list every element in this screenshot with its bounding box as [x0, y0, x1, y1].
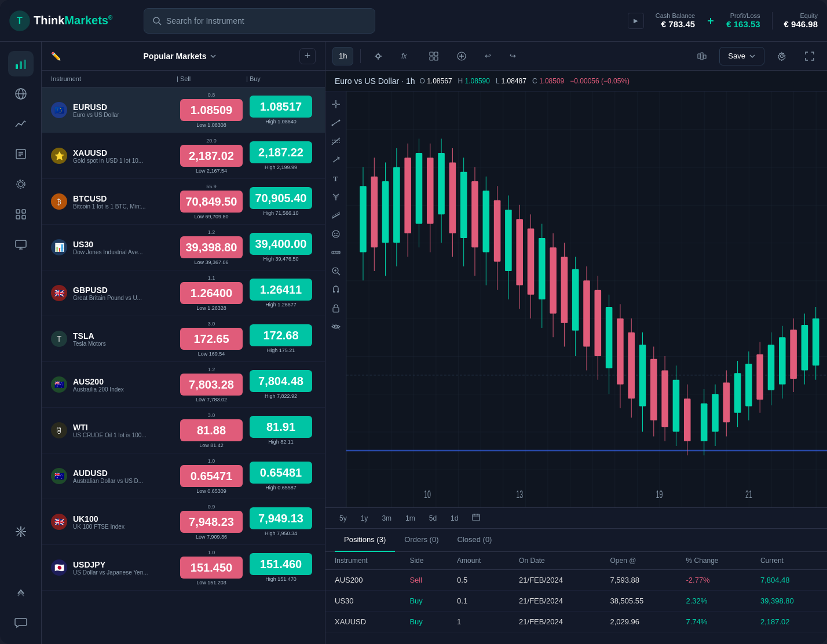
timeframe-5d-btn[interactable]: 5d [425, 512, 441, 525]
instrument-row[interactable]: 🇪🇺 EURUSD Euro vs US Dollar 0.8 1.08509 … [42, 87, 325, 133]
instrument-row[interactable]: 🇦🇺 AUS200 Austrailia 200 Index 1.2 7,803… [42, 362, 325, 408]
search-bar[interactable]: Search for Instrument [144, 8, 375, 34]
sidebar-item-orders[interactable] [8, 141, 34, 167]
fullscreen-btn[interactable] [799, 47, 820, 65]
timeframe-5y-btn[interactable]: 5y [335, 512, 352, 525]
add-indicator-btn[interactable] [451, 47, 472, 65]
instrument-row[interactable]: 🇬🇧 UK100 UK 100 FTSE Index 0.9 7,948.23 … [42, 499, 325, 545]
instrument-row[interactable]: ⭐ XAUUSD Gold spot in USD 1 lot 10... 20… [42, 133, 325, 179]
buy-button[interactable]: 1.08517 [250, 96, 312, 118]
sell-button[interactable]: 1.08509 [180, 99, 243, 121]
instrument-row[interactable]: ₿ BTCUSD Bitcoin 1 lot is 1 BTC, Min:...… [42, 179, 325, 225]
buy-button[interactable]: 0.65481 [250, 462, 312, 484]
channel-tool[interactable] [328, 207, 344, 224]
buy-button[interactable]: 39,400.00 [250, 233, 312, 255]
timeframe-1h-btn[interactable]: 1h [332, 47, 353, 65]
sell-low: Low 1.26328 [196, 305, 226, 311]
instrument-name: WTI [73, 423, 147, 432]
svg-rect-177 [473, 514, 480, 521]
save-button[interactable]: Save [719, 47, 764, 65]
sell-price-cell: 55.9 70,849.50 Low 69,709.80 [177, 184, 246, 219]
templates-btn[interactable] [423, 47, 444, 65]
instrument-row[interactable]: T TSLA Tesla Motors 3.0 172.65 Low 169.5… [42, 316, 325, 362]
sell-button[interactable]: 0.65471 [180, 465, 243, 487]
instrument-row[interactable]: 🛢 WTI US CRUDE Oil 1 lot is 100... 3.0 8… [42, 408, 325, 453]
lock-tool[interactable] [328, 300, 344, 316]
col-header-side: Side [400, 552, 448, 570]
sidebar-item-grid[interactable] [8, 202, 34, 227]
svg-rect-108 [460, 172, 467, 238]
timeframe-1y-btn[interactable]: 1y [356, 512, 373, 525]
crosshair-tool-btn[interactable] [368, 47, 389, 65]
sidebar-item-crosshair[interactable] [8, 519, 34, 544]
sell-button[interactable]: 172.65 [180, 328, 243, 350]
buy-button[interactable]: 1.26411 [250, 279, 312, 301]
ruler-tool[interactable] [328, 244, 344, 261]
undo-btn[interactable]: ↩ [479, 47, 497, 65]
eye-tool[interactable] [328, 319, 344, 335]
buy-button[interactable]: 172.68 [250, 324, 312, 346]
magnet-tool[interactable] [328, 281, 344, 298]
text-tool[interactable]: T [328, 170, 344, 186]
sidebar-item-tv[interactable] [8, 232, 34, 257]
redo-btn[interactable]: ↪ [504, 47, 522, 65]
fork-tool[interactable] [328, 189, 344, 205]
sell-button[interactable]: 1.26400 [180, 282, 243, 304]
settings-btn[interactable] [771, 47, 792, 65]
buy-button[interactable]: 151.460 [250, 553, 312, 575]
candlestick-chart: 10 13 19 21 TV [346, 92, 827, 507]
instrument-row[interactable]: 📊 US30 Dow Jones Industrial Ave... 1.2 3… [42, 225, 325, 270]
buy-button[interactable]: 81.91 [250, 416, 312, 438]
chart-type-btn[interactable] [691, 47, 712, 65]
tab-closed[interactable]: Closed (0) [448, 529, 501, 552]
sidebar-item-charts[interactable] [8, 51, 34, 76]
sell-price-cell: 1.2 7,803.28 Low 7,783.02 [177, 367, 246, 402]
buy-high: High 7,950.34 [265, 530, 297, 536]
sidebar-item-theme[interactable] [8, 549, 34, 575]
instrument-row[interactable]: 🇦🇺 AUDUSD Australian Dollar vs US D... 1… [42, 453, 325, 499]
instrument-description: Tesla Motors [73, 341, 106, 347]
timeframe-1d-btn[interactable]: 1d [446, 512, 463, 525]
sell-button[interactable]: 70,849.50 [180, 191, 243, 213]
timeframe-1m-btn[interactable]: 1m [401, 512, 420, 525]
buy-button[interactable]: 7,804.48 [250, 370, 312, 392]
sidebar-item-analysis[interactable] [8, 111, 34, 137]
buy-button[interactable]: 2,187.22 [250, 141, 312, 163]
sell-button[interactable]: 2,187.02 [180, 145, 243, 167]
zoom-tool[interactable] [328, 263, 344, 279]
buy-button[interactable]: 7,949.13 [250, 507, 312, 529]
sidebar-item-globe[interactable] [8, 81, 34, 107]
svg-rect-156 [734, 373, 741, 413]
positions-table: Instrument Side Amount On Date Open @ % … [325, 552, 827, 644]
add-market-button[interactable]: + [299, 48, 316, 64]
sidebar-item-up[interactable] [8, 579, 34, 605]
instrument-row[interactable]: 🇯🇵 USDJPY US Dollar vs Japanese Yen... 1… [42, 545, 325, 591]
instrument-name-area: US30 Dow Jones Industrial Ave... [73, 240, 142, 255]
crosshair-tool[interactable] [328, 96, 344, 112]
emoji-tool[interactable] [328, 226, 344, 242]
edit-icon[interactable]: ✏️ [51, 52, 61, 61]
tab-orders[interactable]: Orders (0) [395, 529, 448, 552]
draw-ray-tool[interactable] [328, 152, 344, 168]
sell-button[interactable]: 7,803.28 [180, 374, 243, 396]
tab-positions[interactable]: Positions (3) [335, 529, 395, 552]
sidebar-item-chat[interactable] [8, 609, 34, 635]
sell-button[interactable]: 151.450 [180, 557, 243, 579]
indicators-btn[interactable]: fx [396, 47, 416, 65]
draw-line-tool[interactable] [328, 115, 344, 131]
sidebar-item-camera[interactable] [8, 171, 34, 197]
timeframe-calendar-btn[interactable] [467, 511, 485, 525]
sell-button[interactable]: 81.88 [180, 419, 243, 441]
buy-button[interactable]: 70,905.40 [250, 187, 312, 209]
draw-multi-tool[interactable] [328, 133, 344, 149]
expand-stats-btn[interactable]: ▶ [628, 13, 644, 29]
instrument-row[interactable]: 🇬🇧 GBPUSD Great Britain Pound vs U... 1.… [42, 270, 325, 316]
position-row: AUS200 Sell 0.5 21/FEB/2024 7,593.88 -2.… [325, 570, 827, 591]
sell-button[interactable]: 39,398.80 [180, 236, 243, 258]
timeframe-3m-btn[interactable]: 3m [377, 512, 396, 525]
profit-loss-stat: Profit/Loss € 163.53 [726, 12, 760, 29]
spread-badge: 1.2 [208, 229, 215, 235]
instrument-info: T TSLA Tesla Motors [51, 331, 177, 347]
col-header-open-at: Open @ [601, 552, 676, 570]
sell-button[interactable]: 7,948.23 [180, 511, 243, 533]
